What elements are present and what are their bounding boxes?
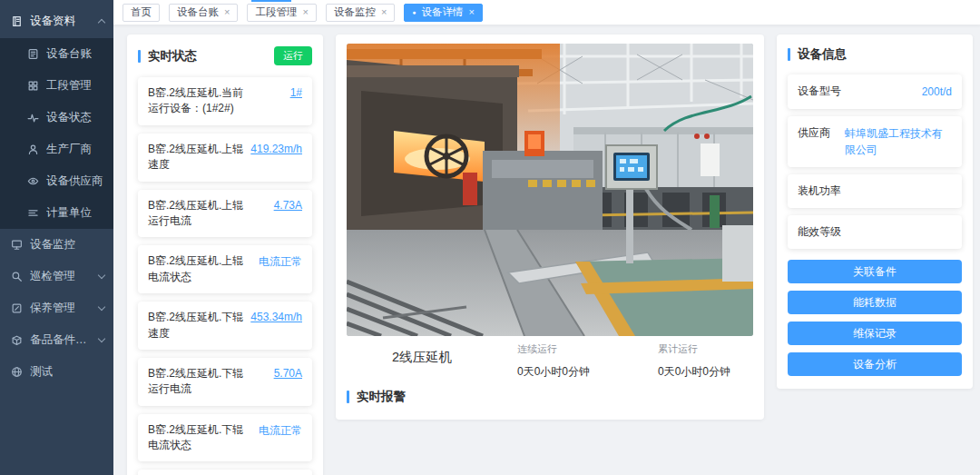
loading-progress-bar	[251, 0, 291, 2]
status-value: 电流正常	[259, 253, 302, 285]
sidebar-item-device-monitor[interactable]: 设备监控	[0, 229, 113, 261]
tab-device-detail[interactable]: ● 设备详情 ×	[404, 4, 483, 22]
device-analysis-button[interactable]: 设备分析	[788, 352, 962, 376]
book-icon	[11, 15, 23, 27]
box-icon	[11, 334, 23, 346]
status-value-link[interactable]: 4.73A	[274, 198, 302, 230]
info-field-supplier: 供应商 蚌埠凯盛工程技术有限公司	[788, 116, 962, 167]
sidebar-item-section-mgmt[interactable]: 工段管理	[0, 70, 113, 102]
close-icon[interactable]: ×	[381, 7, 387, 17]
info-field-model: 设备型号 200t/d	[788, 74, 962, 109]
title-bar-accent	[347, 391, 349, 403]
related-spares-button[interactable]: 关联备件	[788, 260, 962, 283]
tab-home[interactable]: 首页	[122, 4, 160, 22]
sidebar-group-label: 设备资料	[30, 14, 75, 29]
active-dot-icon: ●	[412, 9, 416, 15]
grid-icon	[27, 80, 39, 92]
edit-icon	[11, 302, 23, 314]
status-card: B窑.2线压延机.下辊电流状态 电流正常	[138, 414, 312, 462]
sidebar-group-device-data[interactable]: 设备资料	[0, 4, 113, 38]
model-value: 200t/d	[922, 84, 952, 100]
sidebar: 设备资料 设备台账 工段管理 设备状态	[0, 0, 113, 475]
running-status-badge: 运行	[274, 46, 312, 65]
device-detail-panel: 2线压延机 连续运行 0天0小时0分钟 累计运行 0天0小时0分钟 实时报警	[336, 35, 764, 420]
status-card: B窑.2线压延机.上辊运行电流 4.73A	[138, 190, 312, 238]
sidebar-item-device-status[interactable]: 设备状态	[0, 102, 113, 134]
tab-bar: 首页 设备台账 × 工段管理 × 设备监控 × ● 设备详情 ×	[113, 0, 980, 25]
sidebar-item-test[interactable]: 测试	[0, 356, 113, 388]
status-card: B窑.2线压延机.副辊速度 566.93m/h	[138, 470, 312, 475]
equipment-photo	[347, 44, 753, 336]
status-value-link[interactable]: 1#	[290, 85, 302, 117]
info-field-energy-rating: 能效等级	[788, 215, 962, 249]
status-card: B窑.2线压延机.当前运行设备：(1#2#) 1#	[138, 77, 312, 125]
sidebar-item-supplier[interactable]: 设备供应商	[0, 165, 113, 197]
sidebar-item-units[interactable]: 计量单位	[0, 197, 113, 229]
device-info-panel: 设备信息 设备型号 200t/d 供应商 蚌埠凯盛工程技术有限公司 装机功率	[777, 35, 973, 389]
sidebar-item-inspection-mgmt[interactable]: 巡检管理	[0, 261, 113, 292]
status-card: B窑.2线压延机.下辊运行电流 5.70A	[138, 358, 312, 406]
status-value: 电流正常	[259, 422, 302, 454]
chevron-down-icon	[98, 272, 105, 279]
tab-device-monitor[interactable]: 设备监控 ×	[326, 4, 395, 22]
magnifier-icon	[11, 271, 23, 282]
monitor-icon	[11, 239, 23, 251]
close-icon[interactable]: ×	[224, 7, 230, 17]
ledger-icon	[27, 48, 39, 60]
status-card: B窑.2线压延机.上辊速度 419.23m/h	[138, 134, 312, 182]
realtime-status-panel: 实时状态 运行 B窑.2线压延机.当前运行设备：(1#2#) 1# B窑.2线压…	[127, 35, 323, 475]
supplier-value: 蚌埠凯盛工程技术有限公司	[845, 125, 952, 158]
realtime-status-title: 实时状态	[148, 48, 274, 64]
status-value-link[interactable]: 419.23m/h	[250, 142, 302, 173]
sidebar-item-spares-mgmt[interactable]: 备品备件管理	[0, 324, 113, 356]
sidebar-item-device-ledger[interactable]: 设备台账	[0, 38, 113, 70]
status-value-link[interactable]: 5.70A	[274, 366, 302, 398]
maintenance-record-button[interactable]: 维保记录	[788, 322, 962, 345]
sidebar-item-maintenance-mgmt[interactable]: 保养管理	[0, 292, 113, 324]
realtime-alarm-title: 实时报警	[357, 389, 753, 405]
device-info-title: 设备信息	[798, 46, 962, 63]
equipment-name: 2线压延机	[392, 349, 452, 366]
app-window: 设备资料 设备台账 工段管理 设备状态	[0, 0, 980, 475]
sidebar-item-manufacturer[interactable]: 生产厂商	[0, 134, 113, 165]
eye-icon	[27, 175, 39, 187]
close-icon[interactable]: ×	[302, 7, 308, 17]
globe-icon	[11, 366, 23, 378]
total-run-stat: 累计运行 0天0小时0分钟	[658, 342, 730, 380]
info-field-installed-power: 装机功率	[788, 174, 962, 208]
tab-section-mgmt[interactable]: 工段管理 ×	[247, 4, 316, 22]
main-area: 首页 设备台账 × 工段管理 × 设备监控 × ● 设备详情 ×	[113, 0, 980, 475]
chevron-down-icon	[98, 335, 105, 342]
units-icon	[27, 207, 39, 219]
energy-data-button[interactable]: 能耗数据	[788, 291, 962, 314]
title-bar-accent	[788, 48, 790, 61]
status-value-link[interactable]: 453.34m/h	[250, 310, 302, 341]
photo-caption-row: 2线压延机 连续运行 0天0小时0分钟 累计运行 0天0小时0分钟	[347, 336, 753, 383]
title-bar-accent	[138, 50, 141, 63]
status-card: B窑.2线压延机.上辊电流状态 电流正常	[138, 245, 312, 293]
close-icon[interactable]: ×	[469, 7, 475, 17]
status-card: B窑.2线压延机.下辊速度 453.34m/h	[138, 302, 312, 350]
pulse-icon	[27, 112, 39, 124]
user-icon	[27, 143, 39, 155]
chevron-up-icon	[98, 19, 105, 26]
tab-device-ledger[interactable]: 设备台账 ×	[169, 4, 238, 22]
sidebar-submenu: 设备台账 工段管理 设备状态 生产厂商	[0, 38, 113, 229]
content-area: 实时状态 运行 B窑.2线压延机.当前运行设备：(1#2#) 1# B窑.2线压…	[113, 25, 980, 475]
chevron-down-icon	[98, 303, 105, 311]
continuous-run-stat: 连续运行 0天0小时0分钟	[517, 342, 590, 380]
